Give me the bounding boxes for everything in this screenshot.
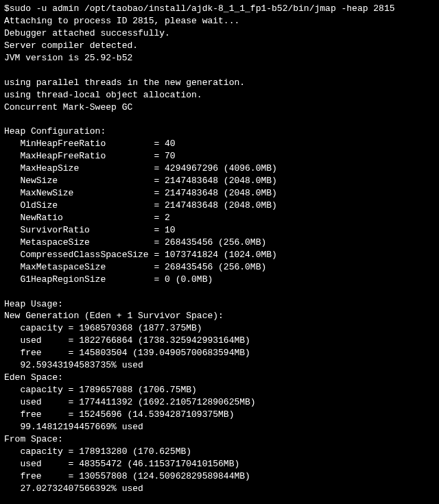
terminal-output: $sudo -u admin /opt/taobao/install/ajdk-… <box>0 0 439 498</box>
